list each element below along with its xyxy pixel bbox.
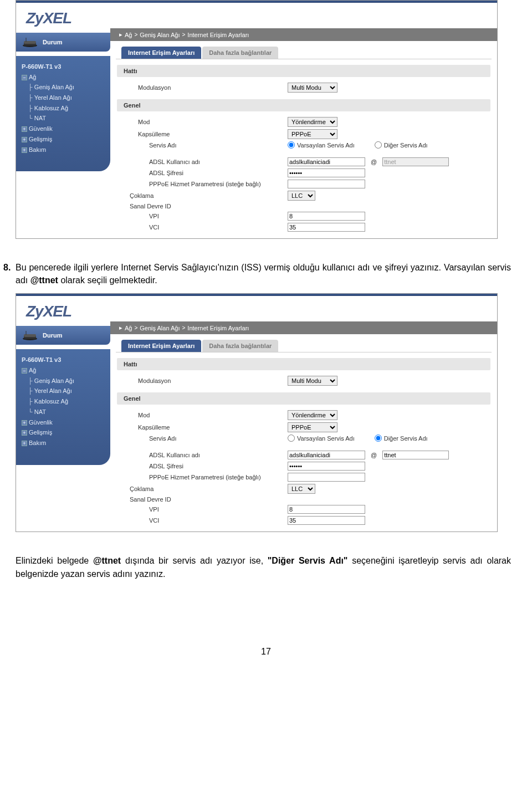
encapsulation-label: Kapsülleme (138, 424, 288, 431)
mode-select[interactable]: Yönlendirme (288, 117, 337, 127)
modem-icon (21, 329, 39, 341)
nav-nat[interactable]: └ NAT (28, 113, 107, 124)
nav-gelismis[interactable]: Gelişmiş (29, 429, 52, 436)
virtual-circuit-label: Sanal Devre ID (130, 203, 279, 209)
nav-genis-alan[interactable]: ├ Geniş Alan Ağı (28, 82, 107, 93)
vpi-input[interactable] (288, 212, 365, 221)
nav-tree: P-660W-T1 v3 −Ağ ├ Geniş Alan Ağı ├ Yere… (16, 349, 110, 464)
router-icon: ▸ (119, 324, 122, 331)
default-service-radio[interactable] (288, 141, 295, 149)
vci-input[interactable] (288, 516, 365, 525)
tab-internet-access[interactable]: Internet Erişim Ayarları (121, 47, 201, 59)
default-service-radio[interactable] (288, 435, 295, 442)
vci-input[interactable] (288, 223, 365, 232)
status-button[interactable]: Durum (16, 33, 110, 52)
nav-kablosuz[interactable]: ├ Kablosuz Ağ (28, 103, 107, 114)
pppoe-param-label: PPPoE Hizmet Parametresi (isteğe bağlı) (149, 474, 288, 481)
collapse-icon[interactable]: − (22, 75, 27, 80)
domain-input (382, 157, 449, 166)
config-screenshot-1: ZyXEL Durum P-660W-T1 v3 −Ağ ├ Geniş Ala… (16, 0, 498, 239)
nav-ag[interactable]: Ağ (29, 367, 36, 374)
vpi-label: VPI (149, 213, 288, 219)
mode-label: Mod (138, 412, 288, 418)
nav-tree: P-660W-T1 v3 −Ağ ├ Geniş Alan Ağı ├ Yere… (16, 56, 110, 171)
service-name-label: Servis Adı (149, 142, 288, 149)
section-genel: Genel (117, 392, 490, 405)
modulation-label: Modulasyon (138, 377, 288, 384)
status-label: Durum (43, 332, 62, 339)
other-service-radio[interactable] (375, 141, 382, 149)
tab-more-connections[interactable]: Daha fazla bağlantılar (202, 47, 278, 59)
expand-icon[interactable]: + (22, 126, 27, 132)
svg-rect-2 (24, 41, 36, 44)
header: ZyXEL (16, 1, 497, 28)
breadcrumb: ▸ Ağ > Geniş Alan Ağı > Internet Erişim … (110, 28, 497, 41)
modulation-select[interactable]: Multi Modu (288, 376, 337, 386)
router-icon: ▸ (119, 31, 122, 38)
nav-genis-alan[interactable]: ├ Geniş Alan Ağı (28, 376, 107, 386)
multiplex-select[interactable]: LLC (288, 191, 315, 201)
expand-icon[interactable]: + (22, 430, 27, 436)
page-number: 17 (0, 647, 532, 657)
nav-nat[interactable]: └ NAT (28, 407, 107, 417)
tab-internet-access[interactable]: Internet Erişim Ayarları (121, 340, 201, 352)
virtual-circuit-label: Sanal Devre ID (130, 496, 279, 503)
section-genel: Genel (117, 99, 490, 111)
sidebar: Durum P-660W-T1 v3 −Ağ ├ Geniş Alan Ağı … (16, 321, 110, 532)
mode-select[interactable]: Yönlendirme (288, 410, 337, 420)
domain-input[interactable] (382, 451, 449, 459)
main-content: ▸ Ağ > Geniş Alan Ağı > Internet Erişim … (110, 321, 497, 532)
vpi-label: VPI (149, 506, 288, 513)
multiplex-select[interactable]: LLC (288, 484, 315, 494)
nav-gelismis[interactable]: Gelişmiş (29, 136, 52, 142)
adsl-user-input[interactable] (288, 157, 365, 166)
nav-yerel-alan[interactable]: ├ Yerel Alan Ağı (28, 93, 107, 103)
pppoe-param-label: PPPoE Hizmet Parametresi (isteğe bağlı) (149, 181, 288, 187)
adsl-pass-label: ADSL Şifresi (149, 170, 288, 176)
instruction-other-service: Elinizdeki belgede @ttnet dışında bir se… (0, 543, 532, 580)
pppoe-param-input[interactable] (288, 180, 365, 188)
vpi-input[interactable] (288, 505, 365, 514)
section-hatti: Hattı (117, 65, 490, 77)
nav-bakim[interactable]: Bakım (29, 146, 46, 153)
logo: ZyXEL (26, 303, 71, 321)
modulation-select[interactable]: Multi Modu (288, 83, 337, 93)
instruction-8: 8. Bu pencerede ilgili yerlere Internet … (0, 250, 532, 287)
nav-guvenlik[interactable]: Güvenlik (29, 419, 53, 426)
collapse-icon[interactable]: − (22, 368, 27, 374)
nav-ag[interactable]: Ağ (29, 74, 36, 80)
nav-guvenlik[interactable]: Güvenlik (29, 125, 53, 132)
encapsulation-select[interactable]: PPPoE (288, 422, 337, 432)
other-service-radio[interactable] (375, 435, 382, 442)
nav-model: P-660W-T1 v3 (22, 355, 107, 365)
svg-rect-6 (24, 334, 36, 337)
config-screenshot-2: ZyXEL Durum P-660W-T1 v3 −Ağ ├ Geniş Ala… (16, 293, 498, 532)
vci-label: VCI (149, 517, 288, 524)
main-content: ▸ Ağ > Geniş Alan Ağı > Internet Erişim … (110, 28, 497, 238)
tab-row: Internet Erişim Ayarları Daha fazla bağl… (116, 334, 492, 352)
adsl-pass-input[interactable] (288, 462, 365, 471)
encapsulation-select[interactable]: PPPoE (288, 129, 337, 139)
expand-icon[interactable]: + (22, 137, 27, 142)
adsl-pass-label: ADSL Şifresi (149, 463, 288, 469)
sidebar: Durum P-660W-T1 v3 −Ağ ├ Geniş Alan Ağı … (16, 28, 110, 238)
nav-bakim[interactable]: Bakım (29, 440, 46, 446)
nav-model: P-660W-T1 v3 (22, 62, 107, 72)
status-label: Durum (43, 39, 62, 45)
pppoe-param-input[interactable] (288, 473, 365, 482)
vci-label: VCI (149, 224, 288, 231)
nav-kablosuz[interactable]: ├ Kablosuz Ağ (28, 396, 107, 407)
tab-more-connections[interactable]: Daha fazla bağlantılar (202, 340, 278, 352)
expand-icon[interactable]: + (22, 441, 27, 446)
modem-icon (21, 36, 39, 48)
expand-icon[interactable]: + (22, 420, 27, 426)
logo: ZyXEL (26, 9, 71, 28)
service-name-label: Servis Adı (149, 435, 288, 442)
expand-icon[interactable]: + (22, 147, 27, 153)
nav-yerel-alan[interactable]: ├ Yerel Alan Ağı (28, 386, 107, 396)
adsl-pass-input[interactable] (288, 168, 365, 177)
adsl-user-input[interactable] (288, 451, 365, 459)
header: ZyXEL (16, 294, 497, 321)
multiplex-label: Çoklama (130, 486, 288, 492)
status-button[interactable]: Durum (16, 326, 110, 345)
